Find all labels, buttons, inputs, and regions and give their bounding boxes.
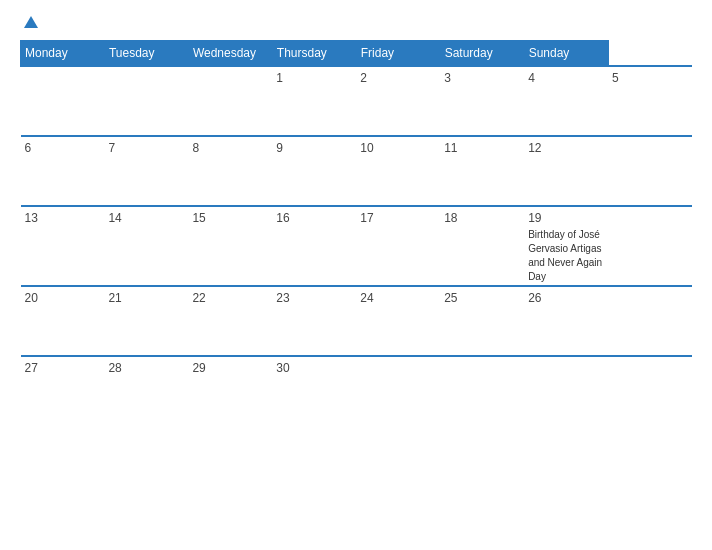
day-number: 21	[108, 291, 184, 305]
logo-blue-text	[20, 16, 38, 28]
day-number: 27	[25, 361, 101, 375]
day-number: 22	[192, 291, 268, 305]
day-number: 26	[528, 291, 604, 305]
calendar-container: MondayTuesdayWednesdayThursdayFridaySatu…	[0, 0, 712, 550]
calendar-cell: 9	[272, 136, 356, 206]
calendar-header-row: MondayTuesdayWednesdayThursdayFridaySatu…	[21, 41, 693, 67]
day-number: 24	[360, 291, 436, 305]
day-number: 28	[108, 361, 184, 375]
day-number: 9	[276, 141, 352, 155]
calendar-cell: 5	[608, 66, 692, 136]
weekday-header: Sunday	[524, 41, 608, 67]
day-number: 4	[528, 71, 604, 85]
day-number: 25	[444, 291, 520, 305]
calendar-cell	[21, 66, 105, 136]
weekday-header: Thursday	[272, 41, 356, 67]
day-number: 12	[528, 141, 604, 155]
day-number: 17	[360, 211, 436, 225]
weekday-header: Monday	[21, 41, 105, 67]
calendar-cell: 27	[21, 356, 105, 426]
logo-triangle-icon	[24, 16, 38, 28]
day-number: 8	[192, 141, 268, 155]
calendar-cell: 6	[21, 136, 105, 206]
calendar-cell: 2	[356, 66, 440, 136]
calendar-cell: 4	[524, 66, 608, 136]
calendar-cell	[440, 356, 524, 426]
calendar-cell: 30	[272, 356, 356, 426]
calendar-cell: 25	[440, 286, 524, 356]
calendar-cell: 10	[356, 136, 440, 206]
day-number: 10	[360, 141, 436, 155]
day-number: 13	[25, 211, 101, 225]
calendar-cell: 22	[188, 286, 272, 356]
day-number: 3	[444, 71, 520, 85]
day-number: 30	[276, 361, 352, 375]
calendar-cell: 16	[272, 206, 356, 286]
calendar-cell: 12	[524, 136, 608, 206]
calendar-cell	[104, 66, 188, 136]
logo	[20, 16, 38, 28]
calendar-cell: 11	[440, 136, 524, 206]
calendar-cell: 17	[356, 206, 440, 286]
day-number: 29	[192, 361, 268, 375]
event-label: Birthday of José Gervasio Artigas and Ne…	[528, 229, 602, 282]
day-number: 18	[444, 211, 520, 225]
day-number: 5	[612, 71, 688, 85]
calendar-cell: 14	[104, 206, 188, 286]
day-number: 20	[25, 291, 101, 305]
calendar-cell: 28	[104, 356, 188, 426]
weekday-header: Friday	[356, 41, 440, 67]
day-number: 15	[192, 211, 268, 225]
calendar-cell: 1	[272, 66, 356, 136]
calendar-cell: 24	[356, 286, 440, 356]
calendar-cell: 21	[104, 286, 188, 356]
day-number: 23	[276, 291, 352, 305]
day-number: 2	[360, 71, 436, 85]
day-number: 1	[276, 71, 352, 85]
calendar-header	[20, 16, 692, 28]
weekday-header: Saturday	[440, 41, 524, 67]
weekday-header: Wednesday	[188, 41, 272, 67]
calendar-table: MondayTuesdayWednesdayThursdayFridaySatu…	[20, 40, 692, 426]
calendar-cell: 19Birthday of José Gervasio Artigas and …	[524, 206, 608, 286]
calendar-cell	[188, 66, 272, 136]
weekday-header: Tuesday	[104, 41, 188, 67]
calendar-cell: 13	[21, 206, 105, 286]
calendar-cell: 8	[188, 136, 272, 206]
calendar-cell: 15	[188, 206, 272, 286]
day-number: 7	[108, 141, 184, 155]
calendar-body: 12345678910111213141516171819Birthday of…	[21, 66, 693, 426]
calendar-cell	[524, 356, 608, 426]
calendar-cell: 18	[440, 206, 524, 286]
day-number: 16	[276, 211, 352, 225]
calendar-cell: 20	[21, 286, 105, 356]
day-number: 11	[444, 141, 520, 155]
calendar-cell: 3	[440, 66, 524, 136]
day-number: 14	[108, 211, 184, 225]
calendar-cell: 29	[188, 356, 272, 426]
calendar-cell: 26	[524, 286, 608, 356]
day-number: 6	[25, 141, 101, 155]
calendar-cell: 7	[104, 136, 188, 206]
day-number: 19	[528, 211, 604, 225]
calendar-cell: 23	[272, 286, 356, 356]
calendar-cell	[356, 356, 440, 426]
